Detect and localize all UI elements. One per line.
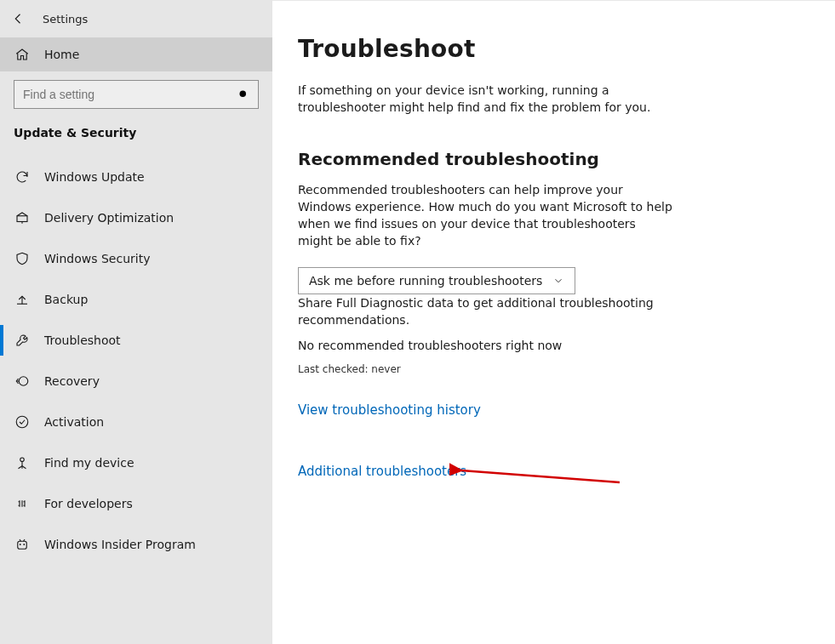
- search-wrap: [0, 71, 272, 121]
- home-icon: [14, 46, 31, 63]
- sidebar-item-for-developers[interactable]: For developers: [0, 483, 272, 524]
- sync-icon: [14, 168, 31, 185]
- page-title: Troubleshoot: [298, 35, 809, 63]
- sidebar-nav: Windows Update Delivery Optimization Win…: [0, 151, 272, 565]
- recommended-heading: Recommended troubleshooting: [298, 149, 809, 169]
- topbar: Settings: [0, 0, 272, 37]
- svg-point-7: [23, 544, 25, 545]
- diagnostic-warning: Share Full Diagnostic data to get additi…: [298, 294, 672, 329]
- sidebar-item-windows-insider[interactable]: Windows Insider Program: [0, 524, 272, 565]
- svg-point-0: [239, 90, 246, 97]
- sidebar-item-find-my-device[interactable]: Find my device: [0, 442, 272, 483]
- sidebar-item-recovery[interactable]: Recovery: [0, 361, 272, 402]
- svg-line-8: [461, 470, 620, 482]
- additional-troubleshooters-link[interactable]: Additional troubleshooters: [298, 464, 466, 479]
- home-label: Home: [44, 48, 79, 61]
- svg-point-4: [20, 458, 25, 462]
- svg-point-2: [19, 377, 28, 386]
- svg-rect-1: [17, 216, 27, 222]
- sidebar-item-label: Troubleshoot: [44, 333, 121, 347]
- home-nav[interactable]: Home: [0, 37, 272, 71]
- sidebar-item-windows-update[interactable]: Windows Update: [0, 157, 272, 197]
- sidebar-item-label: Backup: [44, 293, 88, 306]
- backup-icon: [14, 291, 31, 308]
- settings-window: Settings Home Update & Security Wind: [0, 0, 835, 644]
- no-recommended-text: No recommended troubleshooters right now: [298, 337, 672, 354]
- search-input[interactable]: [14, 81, 229, 108]
- sidebar-item-label: Activation: [44, 415, 104, 429]
- svg-point-3: [16, 416, 28, 428]
- developers-icon: [14, 495, 31, 512]
- annotation-arrow: [449, 459, 628, 487]
- recommended-dropdown[interactable]: Ask me before running troubleshooters: [298, 267, 575, 294]
- search-box[interactable]: [14, 80, 259, 109]
- sidebar-item-label: Recovery: [44, 374, 100, 388]
- intro-text: If something on your device isn't workin…: [298, 82, 672, 117]
- delivery-icon: [14, 209, 31, 226]
- sidebar-section-title: Update & Security: [0, 121, 272, 151]
- sidebar-item-troubleshoot[interactable]: Troubleshoot: [0, 320, 272, 361]
- shield-icon: [14, 250, 31, 267]
- find-device-icon: [14, 454, 31, 471]
- sidebar-item-label: Windows Security: [44, 252, 150, 265]
- svg-point-6: [20, 544, 21, 545]
- troubleshoot-icon: [14, 332, 31, 349]
- sidebar-item-label: For developers: [44, 497, 133, 510]
- svg-rect-5: [18, 541, 27, 549]
- app-title: Settings: [43, 13, 88, 26]
- activation-icon: [14, 413, 31, 430]
- recovery-icon: [14, 373, 31, 390]
- sidebar-item-delivery-optimization[interactable]: Delivery Optimization: [0, 197, 272, 238]
- insider-icon: [14, 536, 31, 553]
- sidebar-item-label: Find my device: [44, 456, 134, 470]
- sidebar-item-label: Windows Insider Program: [44, 538, 196, 551]
- last-checked: Last checked: never: [298, 363, 809, 375]
- back-button[interactable]: [10, 10, 27, 27]
- main-content: Troubleshoot If something on your device…: [272, 0, 835, 644]
- sidebar-item-windows-security[interactable]: Windows Security: [0, 238, 272, 279]
- sidebar-item-backup[interactable]: Backup: [0, 279, 272, 320]
- search-icon[interactable]: [229, 88, 258, 101]
- chevron-down-icon: [552, 275, 564, 287]
- sidebar-item-label: Windows Update: [44, 170, 145, 184]
- dropdown-value: Ask me before running troubleshooters: [309, 274, 542, 288]
- recommended-description: Recommended troubleshooters can help imp…: [298, 181, 672, 250]
- sidebar: Settings Home Update & Security Wind: [0, 0, 272, 644]
- view-history-link[interactable]: View troubleshooting history: [298, 402, 481, 418]
- sidebar-item-activation[interactable]: Activation: [0, 402, 272, 442]
- sidebar-item-label: Delivery Optimization: [44, 211, 174, 225]
